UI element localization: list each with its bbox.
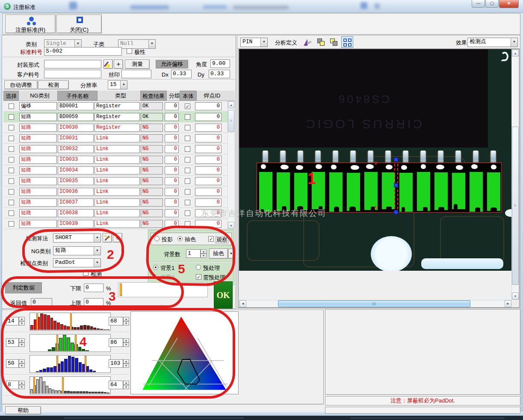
pad-id-cell[interactable]: 0 <box>195 102 222 110</box>
pad-id-cell[interactable]: 0 <box>195 145 222 153</box>
hist-low-spinner[interactable]: 53 <box>6 338 19 347</box>
hist-high-spinner[interactable]: 68 <box>109 317 123 325</box>
ng-category-cell[interactable]: 短路 <box>19 209 57 217</box>
package-input[interactable] <box>44 60 101 68</box>
row-select-checkbox[interactable] <box>9 210 14 216</box>
histogram-threshold-marker[interactable] <box>56 335 58 351</box>
color-triangle-box[interactable] <box>130 311 239 394</box>
table-row[interactable]: 短路IC0033Link to:IC0030NG00 <box>3 154 228 165</box>
pad-id-cell[interactable]: 0 <box>195 198 222 207</box>
point-type-dropdown[interactable]: PadDot ▼ <box>53 258 101 267</box>
row-select-checkbox[interactable] <box>9 104 14 109</box>
green-pad[interactable] <box>382 172 395 209</box>
type-cell[interactable]: Register <box>95 113 140 121</box>
spin-up-icon[interactable]: ▲ <box>123 317 129 321</box>
maximize-button[interactable]: ▢ <box>485 0 499 8</box>
pad-id-cell[interactable]: 0 <box>195 134 222 142</box>
magic-wand-button[interactable]: ✦ ✦ <box>103 233 112 243</box>
part-name-cell[interactable]: IC0036 <box>58 188 94 196</box>
part-name-cell[interactable]: IC0035 <box>58 177 94 185</box>
background2-radio[interactable] <box>153 274 158 279</box>
scroll-down-icon[interactable]: ▼ <box>512 293 519 299</box>
hist-high-spinner[interactable]: 103 <box>109 359 123 368</box>
table-row[interactable]: 短路BD0059RegisterOK00 <box>3 112 228 122</box>
body-checkbox[interactable] <box>185 146 190 152</box>
resolution-dropdown[interactable]: 15 ▼ <box>108 80 127 89</box>
ng-category-cell[interactable]: 短路 <box>19 188 57 196</box>
part-name-cell[interactable]: IC0037 <box>58 198 94 207</box>
projection-radio[interactable] <box>154 236 160 241</box>
spin-down-icon[interactable]: ▼ <box>19 364 25 368</box>
judge-range-bar[interactable] <box>118 282 208 297</box>
table-row[interactable]: 短路IC0039Link to:IC0030NG00 <box>3 219 228 229</box>
add-algo-button[interactable]: + <box>113 233 122 243</box>
body-checkbox[interactable] <box>185 221 190 227</box>
part-name-cell[interactable]: IC0030 <box>58 124 94 132</box>
histogram-threshold-marker[interactable] <box>85 356 86 372</box>
row-select-checkbox[interactable] <box>9 125 14 130</box>
hist-low-spinner[interactable]: 8 <box>6 381 19 389</box>
green-pad[interactable] <box>434 172 448 210</box>
ng-category-cell[interactable]: 短路 <box>19 166 57 175</box>
image-vscrollbar[interactable]: ▲ ≡ ▼ <box>511 49 519 300</box>
body-checkbox[interactable] <box>185 136 190 141</box>
observe-checkbox[interactable]: ✓ <box>208 236 214 242</box>
spin-up-icon[interactable]: ▲ <box>123 338 129 343</box>
detect-button[interactable]: 检测 <box>38 80 69 89</box>
spin-down-icon[interactable]: ▼ <box>123 364 129 368</box>
pcb-image[interactable]: CIRRUS LOGIC CS8406 1 ∨ ∧ <box>239 49 511 271</box>
body-checkbox[interactable] <box>185 189 190 195</box>
close-dialog-button[interactable]: 关闭(C) <box>56 15 102 33</box>
pick-color-dropdown-icon[interactable]: ▼ <box>228 248 234 259</box>
chevron-down-icon[interactable]: ▼ <box>148 40 155 48</box>
green-pad[interactable] <box>259 172 272 212</box>
table-row[interactable]: 短路IC0031Link to:IC0030NG00 <box>3 133 228 144</box>
ng-category-cell[interactable]: 短路 <box>19 113 57 121</box>
green-pad[interactable] <box>277 172 290 211</box>
hist-low-spinner[interactable]: 50 <box>6 359 19 368</box>
chevron-down-icon[interactable]: ▼ <box>94 259 100 267</box>
body-checkbox[interactable] <box>185 178 190 184</box>
table-row[interactable]: 短路IC0032Link to:IC0030NG00 <box>3 144 228 154</box>
pad-id-cell[interactable]: 0 <box>195 124 222 132</box>
scroll-left-icon[interactable]: ◀ <box>239 300 246 307</box>
pad-id-cell[interactable]: 0 <box>195 188 222 196</box>
scroll-right-icon[interactable]: ▶ <box>505 300 511 307</box>
green-pad[interactable] <box>294 173 307 210</box>
spin-down-icon[interactable]: ▼ <box>19 321 25 325</box>
ng-category-cell[interactable]: 短路 <box>19 198 57 207</box>
pad-id-cell[interactable]: 0 <box>195 113 222 121</box>
chevron-down-icon[interactable]: ▼ <box>120 81 127 89</box>
column-header[interactable]: 子件名称 <box>57 91 98 101</box>
type-cell[interactable]: Link to:IC0030 <box>95 177 140 185</box>
type-cell[interactable]: Register <box>95 102 140 110</box>
polarity-checkbox[interactable] <box>127 48 132 54</box>
part-name-cell[interactable]: IC0031 <box>58 134 94 142</box>
green-pad[interactable] <box>417 172 430 211</box>
part-name-cell[interactable]: IC0034 <box>58 166 94 175</box>
pad-id-cell[interactable]: 0 <box>195 177 222 185</box>
subclass-dropdown[interactable]: Null ▼ <box>118 39 156 49</box>
title-bar[interactable]: S 注册标准 — ▢ ✕ <box>0 0 523 13</box>
customer-input[interactable] <box>44 70 101 78</box>
body-checkbox[interactable] <box>185 168 190 173</box>
histogram-threshold-marker[interactable] <box>36 314 38 330</box>
type-cell[interactable]: Link to:IC0030 <box>95 156 140 164</box>
part-name-cell[interactable]: IC0033 <box>58 156 94 164</box>
image-vscrollbar-thumb[interactable]: ≡ <box>512 127 519 285</box>
spin-up-icon[interactable]: ▲ <box>19 381 25 385</box>
body-checkbox[interactable] <box>185 125 190 130</box>
pick-color-radio[interactable] <box>177 236 183 241</box>
help-button[interactable]: 帮助 <box>5 406 41 414</box>
chevron-down-icon[interactable]: ▼ <box>511 38 517 47</box>
measure-handle[interactable] <box>394 157 398 162</box>
green-pad[interactable] <box>452 173 465 209</box>
detect-checkbox[interactable] <box>83 270 89 276</box>
ng-category-cell[interactable]: 偏移 <box>19 102 57 110</box>
column-header[interactable]: 检查结果 <box>140 91 167 101</box>
row-select-checkbox[interactable] <box>9 146 14 152</box>
pin-dropdown[interactable]: PIN ▼ <box>240 38 268 47</box>
chevron-down-icon[interactable]: ▼ <box>260 38 267 47</box>
row-select-checkbox[interactable] <box>9 178 14 184</box>
dy-input[interactable]: 0.33 <box>209 70 230 78</box>
